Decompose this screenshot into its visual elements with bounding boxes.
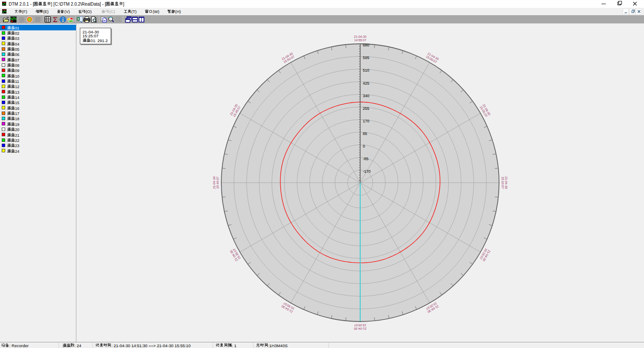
svg-text:85: 85 [363, 131, 367, 136]
svg-text:680: 680 [363, 43, 369, 47]
svg-text:-85: -85 [363, 157, 368, 161]
svg-text:510: 510 [363, 68, 369, 72]
svg-text:15:10:07: 15:10:07 [501, 177, 505, 189]
svg-text:14:55:07: 14:55:07 [354, 38, 366, 42]
svg-text:255: 255 [363, 106, 369, 111]
svg-text:340: 340 [363, 94, 369, 98]
svg-text:0: 0 [363, 144, 365, 148]
svg-text:15:25:07: 15:25:07 [354, 323, 366, 327]
svg-text:-170: -170 [363, 169, 371, 174]
svg-text:595: 595 [363, 56, 369, 60]
svg-text:15:40:07: 15:40:07 [216, 177, 220, 189]
svg-text:425: 425 [363, 81, 369, 85]
svg-text:170: 170 [363, 119, 369, 123]
